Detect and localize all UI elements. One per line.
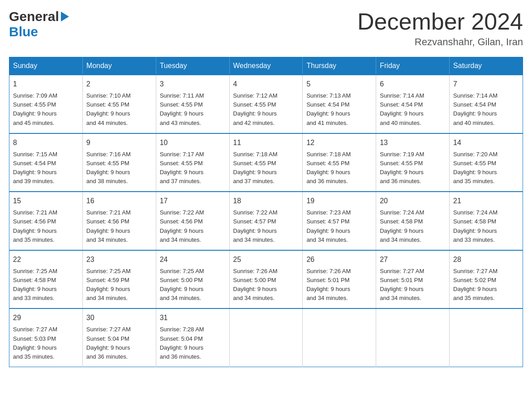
day-number: 5 xyxy=(306,79,372,90)
calendar-cell xyxy=(376,308,450,367)
calendar-cell xyxy=(303,308,376,367)
col-wednesday: Wednesday xyxy=(229,57,303,75)
day-number: 9 xyxy=(86,137,152,148)
day-info: Sunrise: 7:25 AMSunset: 4:58 PMDaylight:… xyxy=(13,268,57,301)
day-info: Sunrise: 7:24 AMSunset: 4:58 PMDaylight:… xyxy=(453,209,498,243)
calendar-cell: 21 Sunrise: 7:24 AMSunset: 4:58 PMDaylig… xyxy=(450,192,523,250)
day-number: 30 xyxy=(86,313,152,323)
day-number: 31 xyxy=(160,313,226,323)
day-info: Sunrise: 7:24 AMSunset: 4:58 PMDaylight:… xyxy=(380,209,424,243)
day-info: Sunrise: 7:27 AMSunset: 5:02 PMDaylight:… xyxy=(453,268,498,301)
day-number: 29 xyxy=(13,313,79,323)
col-tuesday: Tuesday xyxy=(156,57,229,75)
calendar-cell: 23 Sunrise: 7:25 AMSunset: 4:59 PMDaylig… xyxy=(82,250,156,309)
day-number: 18 xyxy=(233,196,299,206)
day-number: 23 xyxy=(86,254,152,265)
day-number: 13 xyxy=(380,137,446,148)
day-info: Sunrise: 7:15 AMSunset: 4:54 PMDaylight:… xyxy=(13,151,57,184)
calendar-cell: 7 Sunrise: 7:14 AMSunset: 4:54 PMDayligh… xyxy=(450,75,523,133)
day-info: Sunrise: 7:14 AMSunset: 4:54 PMDaylight:… xyxy=(453,92,498,126)
day-info: Sunrise: 7:09 AMSunset: 4:55 PMDaylight:… xyxy=(13,92,57,126)
day-number: 14 xyxy=(453,137,519,148)
day-number: 19 xyxy=(306,196,372,206)
calendar-cell: 5 Sunrise: 7:13 AMSunset: 4:54 PMDayligh… xyxy=(303,75,376,133)
calendar-cell: 29 Sunrise: 7:27 AMSunset: 5:03 PMDaylig… xyxy=(9,308,83,367)
day-info: Sunrise: 7:21 AMSunset: 4:56 PMDaylight:… xyxy=(13,209,57,243)
day-number: 25 xyxy=(233,254,299,265)
page-header: General Blue December 2024 Rezvanshahr, … xyxy=(9,9,523,48)
day-info: Sunrise: 7:13 AMSunset: 4:54 PMDaylight:… xyxy=(306,92,351,126)
calendar-cell: 25 Sunrise: 7:26 AMSunset: 5:00 PMDaylig… xyxy=(229,250,303,309)
calendar-cell: 3 Sunrise: 7:11 AMSunset: 4:55 PMDayligh… xyxy=(156,75,229,133)
calendar-cell: 31 Sunrise: 7:28 AMSunset: 5:04 PMDaylig… xyxy=(156,308,229,367)
calendar-week-3: 15 Sunrise: 7:21 AMSunset: 4:56 PMDaylig… xyxy=(9,192,523,250)
logo-general: General xyxy=(9,9,59,24)
day-info: Sunrise: 7:25 AMSunset: 4:59 PMDaylight:… xyxy=(86,268,131,301)
month-title: December 2024 xyxy=(357,9,523,34)
day-number: 6 xyxy=(380,79,446,90)
svg-marker-0 xyxy=(61,12,69,21)
day-info: Sunrise: 7:28 AMSunset: 5:04 PMDaylight:… xyxy=(160,326,204,360)
day-info: Sunrise: 7:18 AMSunset: 4:55 PMDaylight:… xyxy=(306,151,351,184)
day-number: 8 xyxy=(13,137,79,148)
day-number: 12 xyxy=(306,137,372,148)
calendar-cell: 19 Sunrise: 7:23 AMSunset: 4:57 PMDaylig… xyxy=(303,192,376,250)
day-info: Sunrise: 7:11 AMSunset: 4:55 PMDaylight:… xyxy=(160,92,204,126)
calendar-cell: 28 Sunrise: 7:27 AMSunset: 5:02 PMDaylig… xyxy=(450,250,523,309)
day-number: 28 xyxy=(453,254,519,265)
col-saturday: Saturday xyxy=(450,57,523,75)
day-number: 10 xyxy=(160,137,226,148)
calendar-cell: 18 Sunrise: 7:22 AMSunset: 4:57 PMDaylig… xyxy=(229,192,303,250)
calendar-cell: 30 Sunrise: 7:27 AMSunset: 5:04 PMDaylig… xyxy=(82,308,156,367)
logo-arrow-icon xyxy=(60,12,69,21)
calendar-week-5: 29 Sunrise: 7:27 AMSunset: 5:03 PMDaylig… xyxy=(9,308,523,367)
calendar-cell: 6 Sunrise: 7:14 AMSunset: 4:54 PMDayligh… xyxy=(376,75,450,133)
calendar-week-1: 1 Sunrise: 7:09 AMSunset: 4:55 PMDayligh… xyxy=(9,75,523,133)
logo: General Blue xyxy=(9,9,69,39)
day-info: Sunrise: 7:20 AMSunset: 4:55 PMDaylight:… xyxy=(453,151,498,184)
day-info: Sunrise: 7:22 AMSunset: 4:56 PMDaylight:… xyxy=(160,209,204,243)
calendar-cell: 12 Sunrise: 7:18 AMSunset: 4:55 PMDaylig… xyxy=(303,133,376,192)
calendar-cell: 13 Sunrise: 7:19 AMSunset: 4:55 PMDaylig… xyxy=(376,133,450,192)
day-number: 2 xyxy=(86,79,152,90)
calendar-cell xyxy=(229,308,303,367)
col-monday: Monday xyxy=(82,57,156,75)
day-info: Sunrise: 7:27 AMSunset: 5:01 PMDaylight:… xyxy=(380,268,424,301)
calendar-cell: 20 Sunrise: 7:24 AMSunset: 4:58 PMDaylig… xyxy=(376,192,450,250)
day-number: 16 xyxy=(86,196,152,206)
day-number: 27 xyxy=(380,254,446,265)
day-number: 11 xyxy=(233,137,299,148)
day-info: Sunrise: 7:25 AMSunset: 5:00 PMDaylight:… xyxy=(160,268,204,301)
day-info: Sunrise: 7:14 AMSunset: 4:54 PMDaylight:… xyxy=(380,92,424,126)
calendar-cell: 17 Sunrise: 7:22 AMSunset: 4:56 PMDaylig… xyxy=(156,192,229,250)
calendar-cell: 15 Sunrise: 7:21 AMSunset: 4:56 PMDaylig… xyxy=(9,192,83,250)
calendar-cell: 9 Sunrise: 7:16 AMSunset: 4:55 PMDayligh… xyxy=(82,133,156,192)
day-info: Sunrise: 7:17 AMSunset: 4:55 PMDaylight:… xyxy=(160,151,204,184)
day-number: 15 xyxy=(13,196,79,206)
col-friday: Friday xyxy=(376,57,450,75)
day-number: 4 xyxy=(233,79,299,90)
calendar-table: Sunday Monday Tuesday Wednesday Thursday… xyxy=(9,57,523,367)
day-info: Sunrise: 7:26 AMSunset: 5:00 PMDaylight:… xyxy=(233,268,278,301)
day-info: Sunrise: 7:26 AMSunset: 5:01 PMDaylight:… xyxy=(306,268,351,301)
calendar-cell: 24 Sunrise: 7:25 AMSunset: 5:00 PMDaylig… xyxy=(156,250,229,309)
col-thursday: Thursday xyxy=(303,57,376,75)
calendar-cell xyxy=(450,308,523,367)
calendar-cell: 26 Sunrise: 7:26 AMSunset: 5:01 PMDaylig… xyxy=(303,250,376,309)
day-info: Sunrise: 7:19 AMSunset: 4:55 PMDaylight:… xyxy=(380,151,424,184)
title-section: December 2024 Rezvanshahr, Gilan, Iran xyxy=(357,9,523,48)
day-info: Sunrise: 7:12 AMSunset: 4:55 PMDaylight:… xyxy=(233,92,278,126)
logo-blue: Blue xyxy=(9,24,38,39)
day-info: Sunrise: 7:27 AMSunset: 5:04 PMDaylight:… xyxy=(86,326,131,360)
day-number: 26 xyxy=(306,254,372,265)
day-number: 24 xyxy=(160,254,226,265)
day-info: Sunrise: 7:18 AMSunset: 4:55 PMDaylight:… xyxy=(233,151,278,184)
day-number: 3 xyxy=(160,79,226,90)
calendar-cell: 1 Sunrise: 7:09 AMSunset: 4:55 PMDayligh… xyxy=(9,75,83,133)
day-info: Sunrise: 7:22 AMSunset: 4:57 PMDaylight:… xyxy=(233,209,278,243)
calendar-cell: 8 Sunrise: 7:15 AMSunset: 4:54 PMDayligh… xyxy=(9,133,83,192)
day-number: 1 xyxy=(13,79,79,90)
calendar-header-row: Sunday Monday Tuesday Wednesday Thursday… xyxy=(9,57,523,75)
calendar-cell: 4 Sunrise: 7:12 AMSunset: 4:55 PMDayligh… xyxy=(229,75,303,133)
day-number: 22 xyxy=(13,254,79,265)
